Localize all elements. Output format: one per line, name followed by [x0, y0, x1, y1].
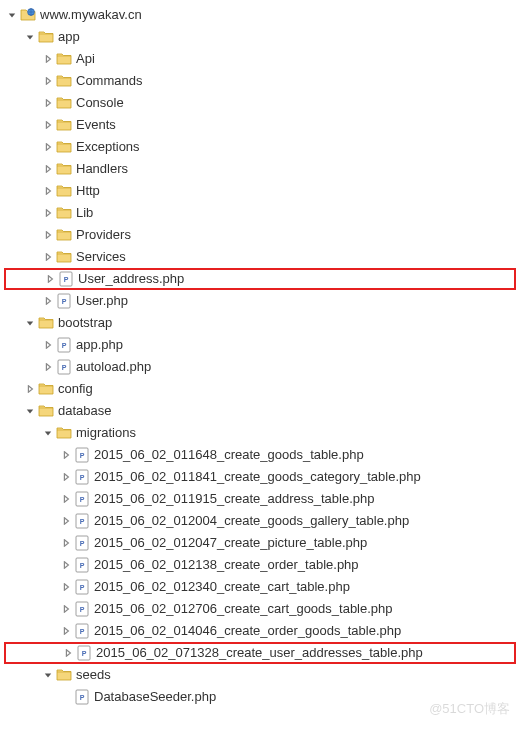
expand-icon[interactable] — [60, 493, 72, 505]
tree-item-label: 2015_06_02_011915_create_address_table.p… — [94, 488, 374, 510]
collapse-icon[interactable] — [6, 9, 18, 21]
php-icon: P — [74, 513, 90, 529]
php-icon: P — [74, 491, 90, 507]
expand-icon[interactable] — [62, 647, 74, 659]
tree-item[interactable]: config — [4, 378, 516, 400]
tree-item[interactable]: P2015_06_02_012004_create_goods_gallery_… — [4, 510, 516, 532]
folder-icon — [56, 227, 72, 243]
php-icon: P — [58, 271, 74, 287]
tree-item[interactable]: PUser.php — [4, 290, 516, 312]
svg-text:P: P — [62, 364, 67, 371]
folder-icon — [38, 403, 54, 419]
tree-item[interactable]: app — [4, 26, 516, 48]
expand-icon[interactable] — [60, 471, 72, 483]
tree-item[interactable]: P2015_06_02_012138_create_order_table.ph… — [4, 554, 516, 576]
svg-text:P: P — [80, 518, 85, 525]
tree-item[interactable]: P2015_06_02_012047_create_picture_table.… — [4, 532, 516, 554]
tree-item-label: 2015_06_02_012004_create_goods_gallery_t… — [94, 510, 409, 532]
tree-item-label: Http — [76, 180, 100, 202]
tree-item[interactable]: P2015_06_02_014046_create_order_goods_ta… — [4, 620, 516, 642]
expand-icon[interactable] — [24, 383, 36, 395]
expand-icon[interactable] — [42, 251, 54, 263]
tree-item[interactable]: Api — [4, 48, 516, 70]
expand-icon[interactable] — [60, 537, 72, 549]
tree-item[interactable]: Http — [4, 180, 516, 202]
expand-icon[interactable] — [42, 75, 54, 87]
tree-item[interactable]: seeds — [4, 664, 516, 686]
folder-icon — [56, 425, 72, 441]
tree-item[interactable]: PUser_address.php — [4, 268, 516, 290]
expand-icon[interactable] — [60, 625, 72, 637]
tree-item[interactable]: PDatabaseSeeder.php — [4, 686, 516, 708]
tree-item[interactable]: bootstrap — [4, 312, 516, 334]
expand-icon[interactable] — [42, 185, 54, 197]
svg-text:P: P — [80, 474, 85, 481]
tree-item-label: 2015_06_02_071328_create_user_addresses_… — [96, 642, 423, 664]
folder-icon — [38, 315, 54, 331]
tree-item[interactable]: Services — [4, 246, 516, 268]
expand-icon[interactable] — [42, 163, 54, 175]
tree-item-label: 2015_06_02_011648_create_goods_table.php — [94, 444, 364, 466]
tree-item-label: www.mywakav.cn — [40, 4, 142, 26]
tree-item[interactable]: Providers — [4, 224, 516, 246]
tree-item[interactable]: P2015_06_02_011915_create_address_table.… — [4, 488, 516, 510]
tree-item-label: 2015_06_02_011841_create_goods_category_… — [94, 466, 421, 488]
svg-text:P: P — [80, 452, 85, 459]
svg-text:P: P — [62, 342, 67, 349]
tree-item[interactable]: Handlers — [4, 158, 516, 180]
collapse-icon[interactable] — [24, 317, 36, 329]
expand-icon[interactable] — [42, 97, 54, 109]
expand-icon[interactable] — [60, 515, 72, 527]
tree-item-label: Exceptions — [76, 136, 140, 158]
tree-item[interactable]: Papp.php — [4, 334, 516, 356]
tree-item[interactable]: P2015_06_02_071328_create_user_addresses… — [4, 642, 516, 664]
tree-item[interactable]: Lib — [4, 202, 516, 224]
expand-icon[interactable] — [42, 229, 54, 241]
tree-item-label: Console — [76, 92, 124, 114]
php-icon: P — [74, 689, 90, 705]
expand-icon[interactable] — [42, 295, 54, 307]
expand-icon[interactable] — [42, 141, 54, 153]
php-icon: P — [74, 601, 90, 617]
svg-text:P: P — [80, 606, 85, 613]
expand-icon[interactable] — [42, 207, 54, 219]
tree-item[interactable]: database — [4, 400, 516, 422]
expand-icon[interactable] — [60, 603, 72, 615]
expand-icon[interactable] — [60, 691, 72, 703]
expand-icon[interactable] — [60, 581, 72, 593]
tree-item[interactable]: www.mywakav.cn — [4, 4, 516, 26]
php-icon: P — [74, 535, 90, 551]
collapse-icon[interactable] — [42, 427, 54, 439]
collapse-icon[interactable] — [24, 405, 36, 417]
svg-text:P: P — [80, 694, 85, 701]
tree-item[interactable]: P2015_06_02_011648_create_goods_table.ph… — [4, 444, 516, 466]
tree-item-label: seeds — [76, 664, 111, 686]
expand-icon[interactable] — [42, 361, 54, 373]
collapse-icon[interactable] — [42, 669, 54, 681]
tree-item[interactable]: P2015_06_02_012340_create_cart_table.php — [4, 576, 516, 598]
expand-icon[interactable] — [60, 559, 72, 571]
svg-text:P: P — [80, 628, 85, 635]
svg-text:P: P — [80, 562, 85, 569]
tree-item[interactable]: P2015_06_02_011841_create_goods_category… — [4, 466, 516, 488]
expand-icon[interactable] — [42, 53, 54, 65]
expand-icon[interactable] — [42, 339, 54, 351]
expand-icon[interactable] — [60, 449, 72, 461]
tree-item-label: 2015_06_02_014046_create_order_goods_tab… — [94, 620, 401, 642]
svg-text:P: P — [82, 650, 87, 657]
expand-icon[interactable] — [44, 273, 56, 285]
tree-item[interactable]: migrations — [4, 422, 516, 444]
tree-item-label: Services — [76, 246, 126, 268]
collapse-icon[interactable] — [24, 31, 36, 43]
tree-item-label: 2015_06_02_012340_create_cart_table.php — [94, 576, 350, 598]
tree-item[interactable]: Console — [4, 92, 516, 114]
tree-item[interactable]: Pautoload.php — [4, 356, 516, 378]
tree-item-label: app — [58, 26, 80, 48]
tree-item[interactable]: Events — [4, 114, 516, 136]
php-icon: P — [74, 447, 90, 463]
tree-item[interactable]: Exceptions — [4, 136, 516, 158]
tree-item-label: autoload.php — [76, 356, 151, 378]
expand-icon[interactable] — [42, 119, 54, 131]
tree-item[interactable]: P2015_06_02_012706_create_cart_goods_tab… — [4, 598, 516, 620]
tree-item[interactable]: Commands — [4, 70, 516, 92]
